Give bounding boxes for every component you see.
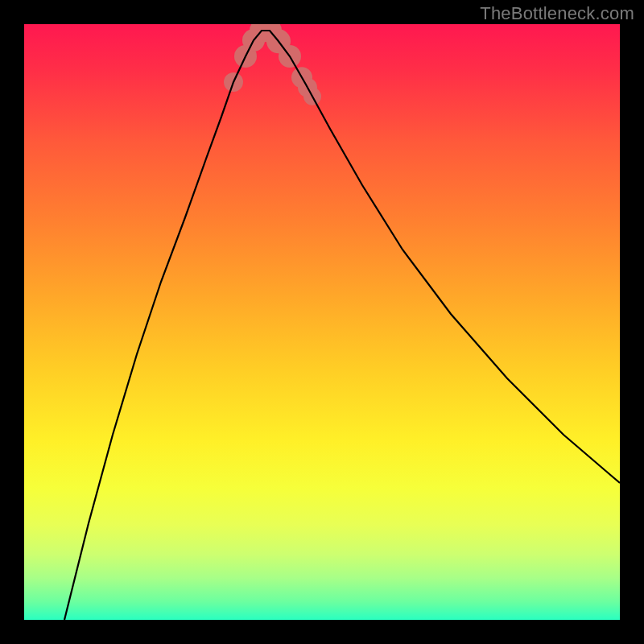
bottleneck-curve	[64, 31, 620, 620]
outer-frame: TheBottleneck.com	[0, 0, 644, 644]
highlight-dots-group	[224, 24, 321, 105]
plot-area	[24, 24, 620, 620]
chart-svg	[24, 24, 620, 620]
watermark-text: TheBottleneck.com	[480, 3, 634, 24]
